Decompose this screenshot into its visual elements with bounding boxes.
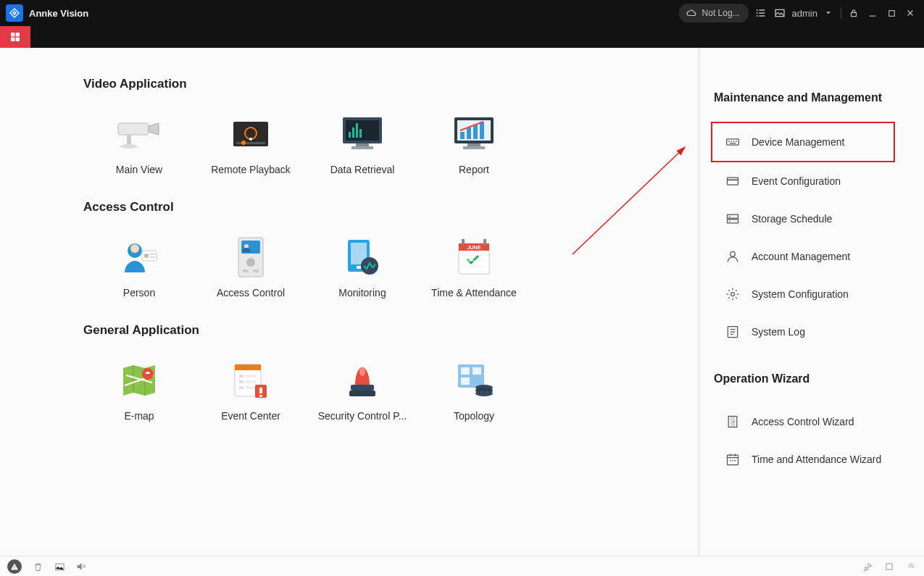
sidebar-item-time-attendance-wizard[interactable]: Time and Attendance Wizard xyxy=(699,441,924,478)
calendar-icon: JUNE xyxy=(418,233,530,281)
window-icon[interactable] xyxy=(883,561,895,572)
chevron-down-icon xyxy=(822,7,835,20)
svg-point-0 xyxy=(756,9,757,11)
tile-label: Report xyxy=(418,164,530,175)
svg-rect-5 xyxy=(888,10,894,16)
separator xyxy=(841,7,841,19)
grid-video: Main View Remote Playback Data Retrieval… xyxy=(83,110,699,175)
lock-icon[interactable] xyxy=(847,7,860,20)
close-icon[interactable] xyxy=(904,7,917,20)
tile-security-control[interactable]: Security Control P... xyxy=(307,356,418,422)
user-name: admin xyxy=(792,8,817,19)
sidebar-item-label: Storage Schedule xyxy=(752,213,832,225)
sidebar-heading-wizard: Operation Wizard xyxy=(699,372,924,385)
svg-rect-65 xyxy=(245,380,257,383)
tile-data-retrieval[interactable]: Data Retrieval xyxy=(307,110,418,175)
svg-rect-38 xyxy=(150,254,155,255)
tile-report[interactable]: Report xyxy=(418,110,530,175)
sidebar-item-storage-schedule[interactable]: Storage Schedule xyxy=(699,200,924,238)
svg-rect-29 xyxy=(467,128,471,139)
section-title-video: Video Application xyxy=(83,77,699,91)
sidebar-item-device-management[interactable]: Device Management xyxy=(711,122,895,162)
card-icon xyxy=(725,174,740,188)
grid-access: Person Access Control Monitoring JUNE Ti… xyxy=(83,233,699,299)
svg-rect-67 xyxy=(245,386,257,389)
tile-emap[interactable]: E-map xyxy=(83,356,195,422)
svg-point-82 xyxy=(728,141,730,142)
tile-access-control[interactable]: Access Control xyxy=(195,233,307,299)
svg-point-85 xyxy=(736,141,737,142)
tile-label: Remote Playback xyxy=(195,164,307,175)
tile-label: E-map xyxy=(83,410,195,422)
svg-point-37 xyxy=(144,254,149,258)
map-icon xyxy=(83,356,195,404)
svg-rect-28 xyxy=(460,132,465,139)
sidebar-item-access-control-wizard[interactable]: Access Control Wizard xyxy=(699,403,924,441)
tile-person[interactable]: Person xyxy=(83,233,195,299)
sidebar-item-label: Event Configuration xyxy=(752,175,841,187)
siren-icon xyxy=(307,356,418,404)
sidebar-item-label: Access Control Wizard xyxy=(752,416,854,427)
svg-point-84 xyxy=(733,141,735,142)
tile-label: Security Control P... xyxy=(307,410,418,422)
chart-icon xyxy=(418,110,530,158)
minimize-icon[interactable] xyxy=(866,7,879,20)
svg-rect-76 xyxy=(461,377,470,385)
alert-badge-icon[interactable] xyxy=(7,559,22,574)
sidebar-item-label: System Log xyxy=(752,326,805,338)
tile-label: Access Control xyxy=(195,287,307,299)
trash-icon[interactable] xyxy=(32,561,43,572)
sidebar-item-system-configuration[interactable]: System Configuration xyxy=(699,275,924,313)
keyboard-icon xyxy=(725,135,740,149)
tile-topology[interactable]: Topology xyxy=(418,356,530,422)
svg-point-1 xyxy=(756,12,757,14)
svg-rect-20 xyxy=(349,132,351,138)
svg-point-43 xyxy=(246,258,255,267)
grid-general: E-map Event Center Security Control P...… xyxy=(83,356,699,422)
tile-remote-playback[interactable]: Remote Playback xyxy=(195,110,307,175)
list-icon[interactable] xyxy=(754,7,767,20)
sidebar-item-account-management[interactable]: Account Management xyxy=(699,238,924,275)
svg-rect-33 xyxy=(463,146,485,149)
svg-rect-21 xyxy=(352,128,354,138)
maximize-icon[interactable] xyxy=(885,7,898,20)
picture-icon[interactable] xyxy=(54,561,65,572)
svg-rect-48 xyxy=(357,266,361,269)
image-icon[interactable] xyxy=(773,7,786,20)
home-tab[interactable] xyxy=(0,26,30,48)
tile-main-view[interactable]: Main View xyxy=(83,110,195,175)
tile-label: Person xyxy=(83,287,195,299)
svg-rect-4 xyxy=(852,12,857,16)
svg-point-93 xyxy=(731,251,736,256)
login-status-pill[interactable]: Not Log... xyxy=(679,4,749,22)
svg-rect-105 xyxy=(14,569,15,569)
sidebar-item-system-log[interactable]: System Log xyxy=(699,313,924,351)
user-dropdown[interactable]: admin xyxy=(792,7,835,20)
svg-rect-30 xyxy=(473,125,478,139)
svg-rect-61 xyxy=(235,364,261,370)
sidebar-item-event-configuration[interactable]: Event Configuration xyxy=(699,162,924,200)
svg-point-91 xyxy=(729,216,731,217)
svg-point-2 xyxy=(756,15,757,17)
svg-text:JUNE: JUNE xyxy=(467,245,481,250)
tile-monitoring[interactable]: Monitoring xyxy=(307,233,418,299)
svg-point-83 xyxy=(731,141,733,142)
storage-icon xyxy=(725,212,740,226)
svg-rect-44 xyxy=(243,270,249,272)
tile-time-attendance[interactable]: JUNE Time & Attendance xyxy=(418,233,530,299)
monitoring-icon xyxy=(307,233,418,281)
svg-point-101 xyxy=(732,460,733,462)
svg-rect-73 xyxy=(349,391,375,396)
svg-rect-77 xyxy=(473,367,481,375)
main-content: Video Application Main View Remote Playb… xyxy=(0,48,699,556)
svg-point-102 xyxy=(735,460,736,462)
svg-rect-9 xyxy=(16,38,20,41)
svg-point-71 xyxy=(359,367,365,376)
svg-rect-45 xyxy=(253,270,259,272)
svg-rect-81 xyxy=(727,139,739,145)
expand-up-icon[interactable] xyxy=(905,561,917,572)
tile-event-center[interactable]: Event Center xyxy=(195,356,307,422)
mute-icon[interactable] xyxy=(75,561,87,572)
section-title-general: General Application xyxy=(83,323,699,338)
pin-icon[interactable] xyxy=(862,561,873,572)
